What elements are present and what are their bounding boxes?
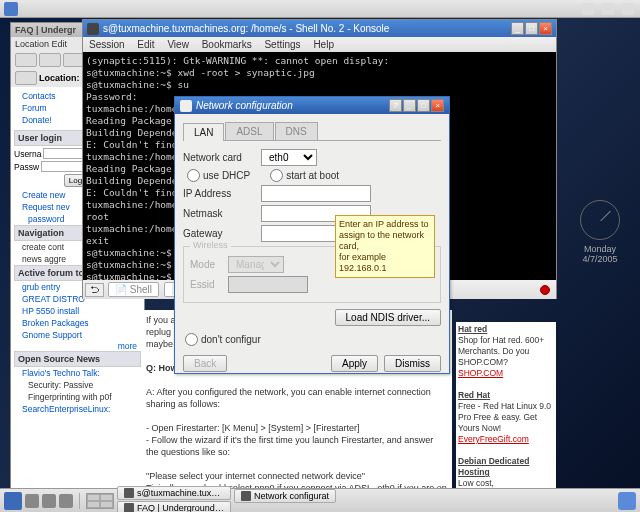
apply-button[interactable]: Apply xyxy=(331,355,378,372)
ad-head: Hat red xyxy=(458,324,554,335)
top-panel xyxy=(0,0,640,18)
ad-text: Shop for Hat red. 600+ Merchants. Do you… xyxy=(458,335,554,368)
dialog-titlebar[interactable]: Network configuration ? _ □ × xyxy=(175,97,449,114)
forum-item[interactable]: Gnome Support xyxy=(14,329,141,341)
dialog-buttons: Back Apply Dismiss xyxy=(175,349,449,378)
tray-icon[interactable] xyxy=(602,3,614,15)
help-button[interactable]: ? xyxy=(389,99,402,112)
shell-tab[interactable]: 📄 Shell xyxy=(108,282,159,297)
ad-head: Red Hat xyxy=(458,390,554,401)
tab-adsl[interactable]: ADSL xyxy=(225,122,273,140)
oss-item[interactable]: Fingerprinting with p0f xyxy=(14,391,141,403)
mode-label: Mode xyxy=(190,259,222,270)
essid-label: Essid xyxy=(190,279,222,290)
minimize-button[interactable]: _ xyxy=(403,99,416,112)
konsole-icon xyxy=(87,23,99,35)
dialog-body: LAN ADSL DNS Network card eth0 use DHCP … xyxy=(175,114,449,309)
record-icon[interactable] xyxy=(540,285,550,295)
location-label: Location: xyxy=(39,73,80,83)
maximize-button[interactable]: □ xyxy=(417,99,430,112)
answer: A: After you configured the network, you… xyxy=(146,386,448,410)
close-button[interactable]: × xyxy=(431,99,444,112)
bullet: - Follow the wizard if it's the first ti… xyxy=(146,434,448,458)
trash-icon[interactable] xyxy=(618,492,636,510)
ip-tooltip: Enter an IP address to assign to the net… xyxy=(335,215,435,278)
menu-bookmarks[interactable]: Bookmarks xyxy=(202,39,252,50)
tray-icon[interactable] xyxy=(582,3,594,15)
tab-strip: LAN ADSL DNS xyxy=(183,122,441,141)
tray-icon[interactable] xyxy=(622,3,634,15)
menu-help[interactable]: Help xyxy=(313,39,334,50)
essid-input xyxy=(228,276,308,293)
ad-link[interactable]: SHOP.COM xyxy=(458,368,503,378)
konsole-menubar[interactable]: Session Edit View Bookmarks Settings Hel… xyxy=(83,37,556,52)
task-browser[interactable]: FAQ | Underground… xyxy=(117,501,231,512)
back-button: Back xyxy=(183,355,227,372)
dismiss-button[interactable]: Dismiss xyxy=(384,355,441,372)
more-link[interactable]: more xyxy=(14,341,141,351)
clock-date: 4/7/2005 xyxy=(580,254,620,264)
konsole-title-text: s@tuxmachine.tuxmachines.org: /home/s - … xyxy=(103,23,389,34)
ip-input[interactable] xyxy=(261,185,371,202)
netmask-label: Netmask xyxy=(183,208,255,219)
taskbar: s@tuxmachine.tux… FAQ | Underground… Net… xyxy=(0,488,640,512)
wireless-legend: Wireless xyxy=(190,240,231,250)
new-tab-button[interactable]: ⮌ xyxy=(85,283,104,297)
username-label: Userna xyxy=(14,149,41,159)
use-dhcp-radio[interactable] xyxy=(187,169,200,182)
password-label: Passw xyxy=(14,162,39,172)
netcard-label: Network card xyxy=(183,152,255,163)
oss-head: Open Source News xyxy=(14,351,141,367)
gateway-label: Gateway xyxy=(183,228,255,239)
ad-text: Free - Red Hat Linux 9.0 Pro Free & easy… xyxy=(458,401,554,434)
dont-config-label: don't configur xyxy=(201,334,261,345)
menu-settings[interactable]: Settings xyxy=(264,39,300,50)
tab-dns[interactable]: DNS xyxy=(275,122,318,140)
menu-session[interactable]: Session xyxy=(89,39,125,50)
netcard-select[interactable]: eth0 xyxy=(261,149,317,166)
oss-item[interactable]: Security: Passive xyxy=(14,379,141,391)
ip-label: IP Address xyxy=(183,188,255,199)
ad-head: Debian Dedicated Hosting xyxy=(458,456,554,478)
forum-item[interactable]: HP 5550 install xyxy=(14,305,141,317)
close-button[interactable]: × xyxy=(539,22,552,35)
ad-link[interactable]: EveryFreeGift.com xyxy=(458,434,529,444)
fwd-icon[interactable] xyxy=(39,53,61,67)
clock-day: Monday xyxy=(580,244,620,254)
load-ndis-button[interactable]: Load NDIS driver... xyxy=(335,309,441,326)
clock-dial xyxy=(580,200,620,240)
mode-select: Managed xyxy=(228,256,284,273)
bullet: - Open Firestarter: [K Menu] > [System] … xyxy=(146,422,448,434)
panel-icon[interactable] xyxy=(4,2,18,16)
task-netconfig[interactable]: Network configurat xyxy=(234,489,336,503)
use-dhcp-label: use DHCP xyxy=(203,170,250,181)
kmenu-button[interactable] xyxy=(4,492,22,510)
task-konsole[interactable]: s@tuxmachine.tux… xyxy=(117,486,231,500)
maximize-button[interactable]: □ xyxy=(525,22,538,35)
minimize-button[interactable]: _ xyxy=(511,22,524,35)
desktop-icon[interactable] xyxy=(25,494,39,508)
ad-column: Hat red Shop for Hat red. 600+ Merchants… xyxy=(456,322,556,491)
menu-view[interactable]: View xyxy=(167,39,189,50)
oss-item[interactable]: SearchEnterpriseLinux: xyxy=(14,403,141,415)
launcher-icon[interactable] xyxy=(42,494,56,508)
launcher-icon[interactable] xyxy=(59,494,73,508)
start-boot-label: start at boot xyxy=(286,170,339,181)
tab-lan[interactable]: LAN xyxy=(183,123,224,141)
oss-item[interactable]: Flavio's Techno Talk: xyxy=(14,367,141,379)
forum-item[interactable]: Broken Packages xyxy=(14,317,141,329)
menu-edit[interactable]: Edit xyxy=(137,39,154,50)
text-line: "Please select your internet connected n… xyxy=(146,470,448,482)
start-boot-radio[interactable] xyxy=(270,169,283,182)
location-icon[interactable] xyxy=(15,71,37,85)
dialog-title-text: Network configuration xyxy=(196,100,293,111)
dont-config-radio[interactable] xyxy=(185,333,198,346)
back-icon[interactable] xyxy=(15,53,37,67)
pager[interactable] xyxy=(86,493,114,509)
konsole-titlebar[interactable]: s@tuxmachine.tuxmachines.org: /home/s - … xyxy=(83,20,556,37)
dialog-icon xyxy=(180,100,192,112)
desktop-clock: Monday 4/7/2005 xyxy=(580,200,620,264)
